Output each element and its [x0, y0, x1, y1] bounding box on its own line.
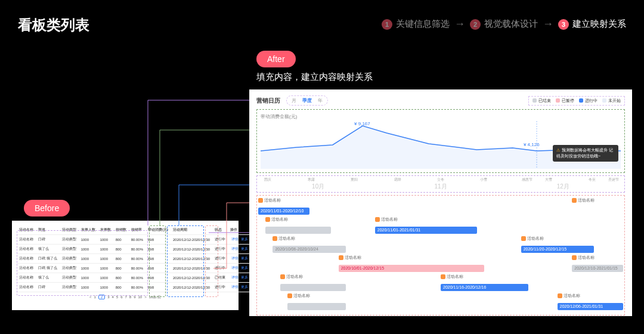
- page-title: 看板类列表: [18, 16, 89, 35]
- chart-title: 带动消费金额(元): [261, 113, 621, 120]
- before-panel: 活动名称渠道活动类型发券人数发券数核销数核销率带动消费(元)活动周期状态操作 活…: [12, 221, 239, 310]
- after-badge: After: [256, 51, 296, 67]
- chart-container: 带动消费金额(元) ¥ 9,167 ¥ 4,126 预测数据将会有大幅提升 记得…: [256, 109, 625, 173]
- highlight-purple: [17, 230, 148, 296]
- time-tabs[interactable]: 月 季度 年: [286, 95, 328, 106]
- step-3: 3建立映射关系: [558, 18, 626, 30]
- arrow-icon: →: [543, 18, 553, 30]
- subtitle: 填充内容，建立内容映射关系: [256, 72, 373, 83]
- highlight-green: [149, 225, 166, 297]
- chart-peak-label: ¥ 4,126: [524, 142, 540, 147]
- gantt-container: 活动名称活动名称2020/11/01-2020/12/10活动名称活动名称202…: [256, 195, 625, 316]
- timeline-axis: 国庆寒露重阳霜降立冬小雪感恩节大雪冬至圣诞节 10月 11月 12月: [256, 175, 625, 193]
- after-panel: 营销日历 月 季度 年 已结束已暂停进行中未开始 带动消费金额(元) ¥ 9,1…: [249, 89, 632, 316]
- highlight-pink: [205, 225, 218, 297]
- legend: 已结束已暂停进行中未开始: [528, 96, 625, 106]
- chart-tooltip: 预测数据将会有大幅提升 记得及时投放营销活动哦~: [553, 145, 618, 162]
- step-2: 2视觉载体设计: [470, 18, 538, 30]
- line-chart: ¥ 9,167 ¥ 4,126 预测数据将会有大幅提升 记得及时投放营销活动哦~: [261, 121, 621, 169]
- step-indicator: 1关键信息筛选 → 2视觉载体设计 → 3建立映射关系: [382, 18, 626, 30]
- arrow-icon: →: [454, 18, 465, 30]
- chart-peak-label: ¥ 9,167: [354, 121, 370, 126]
- step-1: 1关键信息筛选: [382, 18, 450, 30]
- before-badge: Before: [24, 200, 70, 217]
- calendar-title: 营销日历: [256, 97, 280, 105]
- highlight-blue: [167, 225, 204, 297]
